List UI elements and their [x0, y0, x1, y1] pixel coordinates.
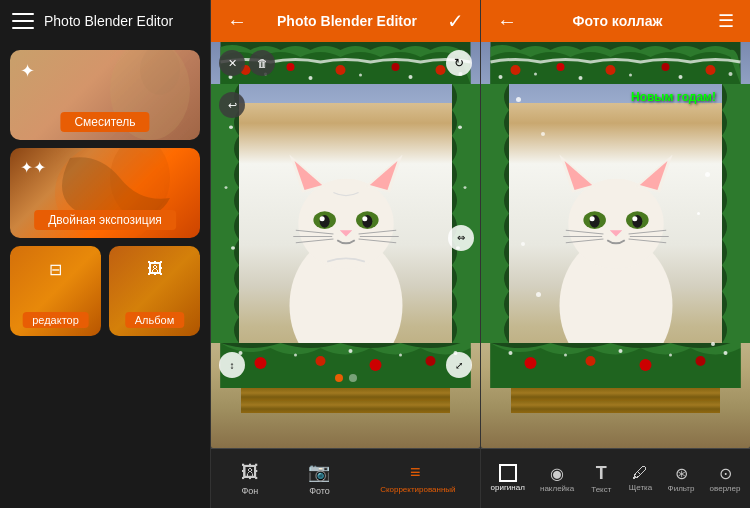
tool-corrected-icon: ≡ — [410, 462, 421, 483]
right-tool-sticker-label: наклейка — [540, 485, 574, 494]
right-tool-original[interactable]: оригинал — [487, 461, 529, 496]
right-tool-text-icon: T — [596, 463, 607, 484]
new-year-text-overlay: Новым годам! — [631, 90, 716, 104]
snow-1 — [516, 97, 521, 102]
menu-card-album[interactable]: 🖼 Альбом — [109, 246, 200, 336]
menu-card-double-exposure[interactable]: ✦✦ Двойная экспозиция — [10, 148, 200, 238]
middle-toolbar: 🖼 Фон 📷 Фото ≡ Скорректированный — [211, 448, 480, 508]
right-tool-original-label: оригинал — [491, 484, 525, 493]
tool-photo[interactable]: 📷 Фото — [302, 457, 336, 500]
hamburger-menu-button[interactable] — [12, 13, 34, 29]
canvas-resize-button[interactable]: ⇔ — [448, 225, 474, 251]
snow-6 — [536, 292, 541, 297]
right-tool-filter-label: Фильтр — [668, 485, 695, 494]
svg-point-63 — [589, 216, 594, 221]
snow-3 — [705, 172, 710, 177]
right-back-button[interactable]: ← — [493, 8, 521, 35]
svg-point-5 — [298, 179, 393, 269]
mixer-icon: ✦ — [20, 60, 35, 82]
right-panel-title: Фото коллаж — [573, 13, 663, 29]
right-canvas: Новым годам! — [481, 42, 750, 448]
bottom-menu-row: ⊟ редактор 🖼 Альбом — [0, 246, 210, 336]
sky-bg — [211, 42, 480, 103]
canvas-undo-button[interactable]: ↩ — [219, 92, 245, 118]
right-tool-overlay-label: оверлер — [710, 485, 741, 494]
right-cat-illustration — [521, 103, 709, 408]
right-tool-brush[interactable]: 🖊 Щетка — [624, 461, 656, 496]
middle-header-left: ← — [223, 8, 251, 35]
right-tool-filter[interactable]: ⊛ Фильтр — [664, 461, 699, 497]
tool-background-icon: 🖼 — [241, 462, 259, 483]
right-tool-sticker-icon: ◉ — [550, 464, 564, 483]
page-indicator — [335, 374, 357, 382]
editor-icon: ⊟ — [49, 260, 62, 279]
svg-point-64 — [632, 216, 637, 221]
right-tool-filter-icon: ⊛ — [675, 464, 688, 483]
tool-photo-label: Фото — [309, 486, 330, 496]
tool-background[interactable]: 🖼 Фон — [235, 458, 265, 500]
mixer-label: Смеситель — [60, 112, 149, 132]
right-tool-overlay-icon: ⊙ — [719, 464, 732, 483]
canvas-flip-button[interactable]: ↕ — [219, 352, 245, 378]
right-header: ← Фото коллаж ☰ — [481, 0, 750, 42]
tool-corrected-label: Скорректированный — [380, 486, 450, 495]
page-dot-inactive — [349, 374, 357, 382]
svg-point-15 — [362, 216, 367, 221]
tool-corrected[interactable]: ≡ Скорректированный — [374, 458, 456, 499]
middle-panel-title: Photo Blender Editor — [277, 13, 417, 29]
middle-confirm-button[interactable]: ✓ — [443, 7, 468, 35]
editor-label: редактор — [22, 312, 89, 328]
middle-back-button[interactable]: ← — [223, 8, 251, 35]
snow-5 — [697, 212, 700, 215]
right-tool-text-label: Текст — [591, 486, 611, 495]
middle-header-right: ✓ — [443, 7, 468, 35]
cat-photo-bg — [211, 42, 480, 448]
left-header: Photo Blender Editor — [0, 0, 210, 42]
right-menu-button[interactable]: ☰ — [714, 8, 738, 34]
left-panel-title: Photo Blender Editor — [44, 13, 173, 29]
right-tool-brush-label: Щетка — [629, 484, 652, 493]
svg-point-54 — [568, 179, 663, 269]
menu-list: ✦ Смеситель ✦✦ Двойная экспозиция — [0, 42, 210, 246]
snow-7 — [711, 342, 715, 346]
right-tool-brush-icon: 🖊 — [632, 464, 648, 482]
right-tool-sticker[interactable]: ◉ наклейка — [536, 461, 578, 497]
middle-canvas: ✕ ↻ ⇔ ↕ ⤢ ↩ 🗑 — [211, 42, 480, 448]
snow-4 — [521, 242, 525, 246]
svg-point-14 — [319, 216, 324, 221]
tool-background-label: Фон — [241, 486, 258, 496]
double-label: Двойная экспозиция — [34, 210, 176, 230]
cat-illustration — [251, 103, 439, 408]
album-label: Альбом — [125, 312, 184, 328]
canvas-expand-button[interactable]: ⤢ — [446, 352, 472, 378]
menu-card-editor[interactable]: ⊟ редактор — [10, 246, 101, 336]
right-header-left: ← — [493, 8, 521, 35]
middle-header: ← Photo Blender Editor ✓ — [211, 0, 480, 42]
canvas-trash-button[interactable]: 🗑 — [249, 50, 275, 76]
double-icon: ✦✦ — [20, 158, 46, 177]
right-header-right: ☰ — [714, 8, 738, 34]
right-tool-overlay[interactable]: ⊙ оверлер — [706, 461, 745, 497]
snow-2 — [541, 132, 545, 136]
album-icon: 🖼 — [147, 260, 163, 278]
right-tool-original-icon — [499, 464, 517, 482]
tool-photo-icon: 📷 — [308, 461, 330, 483]
canvas-rotate-button[interactable]: ↻ — [446, 50, 472, 76]
canvas-delete-button[interactable]: ✕ — [219, 50, 245, 76]
right-tool-text[interactable]: T Текст — [585, 460, 617, 498]
middle-panel: ← Photo Blender Editor ✓ — [210, 0, 480, 508]
left-panel: Photo Blender Editor ✦ Смеситель ✦✦ Двой… — [0, 0, 210, 508]
right-panel: ← Фото коллаж ☰ — [480, 0, 750, 508]
right-toolbar: оригинал ◉ наклейка T Текст 🖊 Щетка ⊛ Фи… — [481, 448, 750, 508]
page-dot-active — [335, 374, 343, 382]
menu-card-mixer[interactable]: ✦ Смеситель — [10, 50, 200, 140]
